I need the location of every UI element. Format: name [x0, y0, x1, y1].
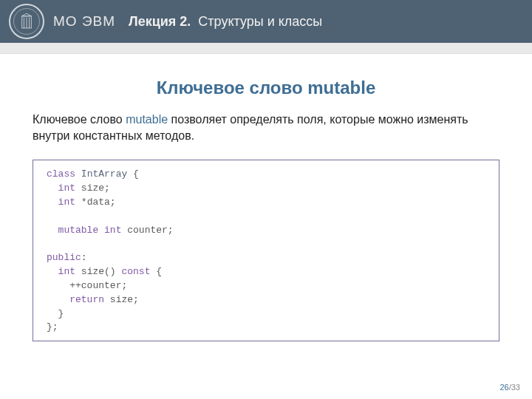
lecture-prefix: Лекция 2. — [129, 14, 191, 29]
code-mutable-name: counter; — [127, 225, 173, 236]
lecture-title: Структуры и классы — [198, 14, 322, 29]
slide: МО ЭВМ Лекция 2. Структуры и классы Ключ… — [0, 0, 532, 399]
svg-marker-4 — [22, 13, 32, 16]
code-field1-type: int — [58, 183, 75, 194]
code-return-kw: return — [69, 294, 104, 305]
code-fn-open: { — [150, 266, 162, 277]
building-icon — [20, 13, 33, 30]
page-total: 33 — [511, 383, 520, 392]
code-return-val: size; — [110, 294, 139, 305]
lecture-label: Лекция 2. Структуры и классы — [129, 14, 322, 30]
code-class-kw: class — [47, 168, 75, 180]
page-number: 26/33 — [499, 383, 520, 392]
page-title: Ключевое слово mutable — [0, 78, 532, 98]
header-underbar — [0, 43, 532, 54]
para-keyword: mutable — [126, 113, 168, 126]
para-pre: Ключевое слово — [33, 113, 126, 126]
body-paragraph: Ключевое слово mutable позволяет определ… — [0, 112, 532, 143]
code-open-brace: { — [127, 168, 139, 180]
code-fn-name: size() — [81, 266, 116, 277]
code-mutable-kw: mutable — [58, 225, 99, 236]
code-field2-name: *data; — [81, 197, 116, 208]
code-fn-type: int — [58, 266, 75, 277]
code-class-close: }; — [47, 321, 58, 332]
code-class-name: IntArray — [81, 168, 127, 180]
code-mutable-type: int — [104, 225, 121, 236]
logo-seal — [9, 4, 44, 39]
code-block: class IntArray { int size; int *data; mu… — [33, 160, 499, 341]
page-current: 26 — [499, 383, 508, 392]
code-public-kw: public — [47, 252, 81, 263]
brand-text: МО ЭВМ — [53, 13, 115, 30]
svg-rect-0 — [22, 16, 32, 28]
code-inc: ++counter; — [69, 280, 127, 291]
code-field2-type: int — [58, 197, 75, 208]
header-bar: МО ЭВМ Лекция 2. Структуры и классы — [0, 0, 532, 43]
code-field1-name: size; — [81, 183, 110, 194]
code-const-kw: const — [121, 266, 150, 277]
code-public-colon: : — [81, 252, 87, 263]
code-fn-close: } — [58, 308, 64, 319]
